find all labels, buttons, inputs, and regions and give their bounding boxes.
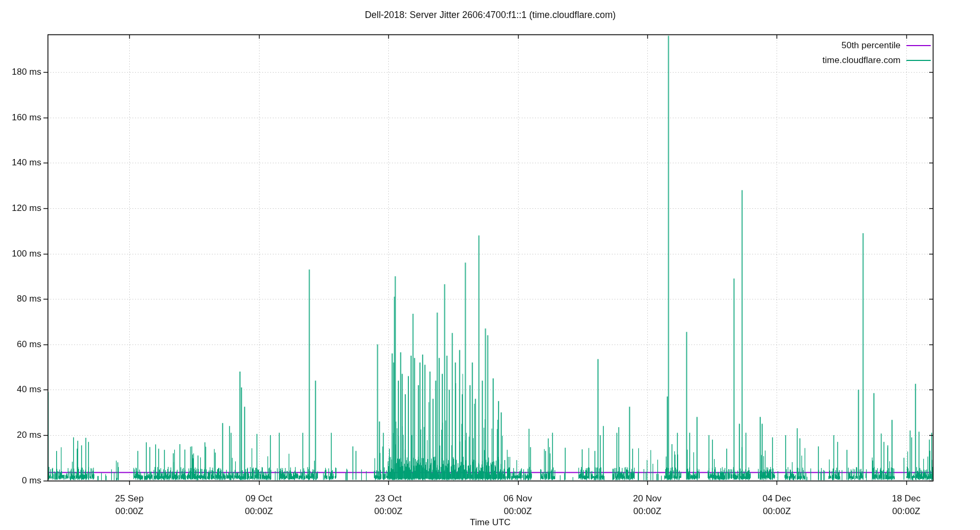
x-tick-time: 00:00Z [222, 505, 296, 518]
legend-line-swatch [906, 60, 931, 61]
legend-line-swatch [906, 45, 931, 46]
x-tick-time: 00:00Z [351, 505, 425, 518]
y-tick-label-180: 180 ms [0, 67, 41, 77]
legend-label: time.cloudflare.com [823, 55, 901, 66]
legend: 50th percentile time.cloudflare.com [823, 38, 931, 68]
y-tick-label-140: 140 ms [0, 157, 41, 168]
x-tick-label-04-dec: 04 Dec00:00Z [740, 492, 814, 517]
y-tick-label-100: 100 ms [0, 249, 41, 259]
plot-area [0, 0, 980, 530]
chart-title: Dell-2018: Server Jitter 2606:4700:f1::1… [48, 10, 933, 21]
x-tick-time: 00:00Z [610, 505, 684, 518]
x-tick-label-23-oct: 23 Oct00:00Z [351, 492, 425, 517]
x-tick-label-18-dec: 18 Dec00:00Z [869, 492, 943, 517]
legend-label: 50th percentile [841, 40, 901, 51]
x-tick-label-20-nov: 20 Nov00:00Z [610, 492, 684, 517]
x-tick-date: 23 Oct [351, 492, 425, 505]
x-tick-label-09-oct: 09 Oct00:00Z [222, 492, 296, 517]
legend-item-time-cloudflare-com: time.cloudflare.com [823, 53, 931, 68]
x-tick-date: 18 Dec [869, 492, 943, 505]
x-tick-date: 20 Nov [610, 492, 684, 505]
x-tick-date: 25 Sep [92, 492, 166, 505]
y-tick-label-80: 80 ms [0, 294, 41, 304]
y-tick-label-60: 60 ms [0, 339, 41, 350]
x-tick-time: 00:00Z [481, 505, 555, 518]
x-tick-label-06-nov: 06 Nov00:00Z [481, 492, 555, 517]
y-tick-label-40: 40 ms [0, 384, 41, 395]
jitter-chart: Dell-2018: Server Jitter 2606:4700:f1::1… [0, 0, 980, 530]
x-tick-time: 00:00Z [92, 505, 166, 518]
legend-item-50th-percentile: 50th percentile [823, 38, 931, 53]
x-tick-label-25-sep: 25 Sep00:00Z [92, 492, 166, 517]
x-tick-date: 04 Dec [740, 492, 814, 505]
y-tick-label-0: 0 ms [0, 475, 41, 486]
x-axis-title: Time UTC [48, 517, 933, 528]
y-tick-label-160: 160 ms [0, 112, 41, 123]
x-tick-date: 06 Nov [481, 492, 555, 505]
y-tick-label-120: 120 ms [0, 203, 41, 214]
x-tick-time: 00:00Z [869, 505, 943, 518]
y-tick-label-20: 20 ms [0, 430, 41, 440]
x-tick-time: 00:00Z [740, 505, 814, 518]
x-tick-date: 09 Oct [222, 492, 296, 505]
